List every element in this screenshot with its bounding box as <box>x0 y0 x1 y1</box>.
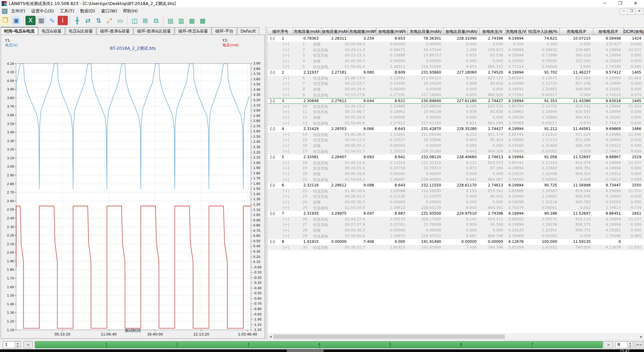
panel-splitter[interactable] <box>265 27 268 339</box>
column-header-2[interactable]: 充电容量/mAh <box>293 28 321 35</box>
range-next-button[interactable]: > <box>604 341 613 348</box>
tab-7[interactable]: 循环-平台 <box>212 27 237 35</box>
table-h-scrollbar[interactable]: ◀ ▶ <box>268 334 644 340</box>
menu-item-2[interactable]: 设置中心(S) <box>28 7 57 15</box>
menu-item-1[interactable]: 文件(F) <box>8 7 28 15</box>
range-start-spinner[interactable]: 1 ▲▼ <box>3 341 21 348</box>
step-row[interactable]: [+]17恒流放电01:54:02.72.28353228.352808.643… <box>268 149 644 155</box>
mdi-child-icon[interactable] <box>2 9 7 14</box>
mdi-restore-button[interactable]: ❒ <box>628 8 636 15</box>
step-row[interactable]: [+]4静置00:00:30.30.000000.000000.0000.000… <box>268 58 644 64</box>
close-button[interactable]: ✕ <box>629 0 643 7</box>
taskbar-app-button[interactable] <box>287 350 324 352</box>
center-vertical-icon[interactable]: ⇅ <box>94 16 104 25</box>
step-row[interactable]: [+]25恒流放电01:54:10.02.28612228.611708.643… <box>268 205 644 211</box>
column-header-3[interactable]: 放电容量/mAh <box>321 28 349 35</box>
menu-item-3[interactable]: 工具(T) <box>57 7 77 15</box>
step-row[interactable]: [+]5恒流放电01:54:00.42.28311228.310908.6538… <box>268 64 644 70</box>
fit-page-icon[interactable]: ▭ <box>115 16 125 25</box>
column-header-8[interactable]: 放电终压/V <box>479 28 506 35</box>
scrollbar-thumb[interactable] <box>273 335 505 339</box>
step-row[interactable]: [+]11恒压充电00:23:48.70.1996219.962380.8388… <box>268 109 644 115</box>
menu-item-4[interactable]: 数据(D) <box>77 7 98 15</box>
step-row[interactable]: [+]26恒流充电01:44:27.42.09174209.174008.141… <box>268 217 644 222</box>
column-header-5[interactable]: 放电能量/mWh <box>377 28 408 35</box>
range-prev-button[interactable]: < <box>23 341 33 348</box>
cycle-row[interactable]: [-]62.321162.286129.0988.643232.11550228… <box>268 183 644 188</box>
save-icon[interactable]: ▣ <box>11 16 21 25</box>
list-full-icon[interactable]: ▩ <box>198 16 208 25</box>
tab-5[interactable]: 循环-效率&比容量 <box>133 27 174 35</box>
tab-3[interactable]: 电压&比容量 <box>65 27 96 35</box>
cycle-row[interactable]: [-]42.314292.283539.0668.643231.42870228… <box>268 126 644 132</box>
step-row[interactable]: [+]18恒流充电01:45:32.62.11323211.323108.221… <box>268 160 644 166</box>
menu-item-6[interactable]: 帮助(H) <box>120 7 141 15</box>
step-row[interactable]: [+]15恒压充电00:24:12.20.2033720.336960.8548… <box>268 137 644 143</box>
cycle-row[interactable]: [-]81.919150.000007.4080.000191.914900.0… <box>268 239 644 245</box>
mdi-minimize-button[interactable]: ─ <box>620 8 628 15</box>
minimize-button[interactable]: ─ <box>598 0 612 7</box>
list-detail-icon[interactable]: ▦ <box>187 16 197 25</box>
step-row[interactable]: [+]16静置00:00:30.30.000000.000000.0000.00… <box>268 143 644 149</box>
step-row[interactable]: [+]1静置00:00:09.90.000000.000000.0000.000… <box>268 42 644 47</box>
column-header-1[interactable]: 循环序号 <box>268 28 293 35</box>
step-row[interactable]: [+]6恒流充电01:46:13.02.12692212.691508.2728… <box>268 76 644 81</box>
column-header-12[interactable]: 放电电容/F <box>593 28 624 35</box>
step-row[interactable]: [+]19恒压充电00:24:55.00.2075820.758130.8728… <box>268 166 644 171</box>
collapse-left-icon[interactable]: ⊞ <box>140 16 150 25</box>
list-rows-icon[interactable]: ▥ <box>176 16 186 25</box>
cycle-row[interactable]: [-]52.320812.284079.0938.641232.08120228… <box>268 155 644 160</box>
tab-1[interactable]: 时间-电压&电流 <box>1 27 38 35</box>
report-icon[interactable]: ▦ <box>36 16 46 25</box>
collapse-right-icon[interactable]: ⧉ <box>151 16 161 25</box>
step-row[interactable]: [+]20静置00:00:29.80.000000.000000.0000.00… <box>268 171 644 177</box>
voltage-current-plot[interactable]: 4.204.104.003.903.803.703.603.503.403.30… <box>1 35 265 338</box>
step-row[interactable]: [+]10恒流充电01:45:19.22.10886210.886008.205… <box>268 104 644 109</box>
tab-8[interactable]: Default <box>237 27 259 35</box>
column-header-9[interactable]: 充电终压/V <box>506 28 526 35</box>
step-row[interactable]: [+]23恒压充电00:26:02.40.2153021.529700.9049… <box>268 194 644 200</box>
range-last-button[interactable]: >> <box>635 341 643 348</box>
spinner-arrows-icon[interactable]: ▲▼ <box>627 342 633 348</box>
step-row[interactable]: [+]30恒流充电01:35:51.71.91915191.914907.408… <box>268 245 644 251</box>
tab-2[interactable]: 电压&容量 <box>38 27 65 35</box>
export-excel-icon[interactable]: X <box>25 16 36 25</box>
maximize-button[interactable]: ❒ <box>613 0 627 7</box>
tab-6[interactable]: 循环-终压&容量 <box>175 27 211 35</box>
step-row[interactable]: [+]28静置00:00:30.30.000000.000000.0000.00… <box>268 228 644 233</box>
list-compact-icon[interactable]: ▤ <box>165 16 175 25</box>
fit-width-icon[interactable]: ⇄ <box>83 16 93 25</box>
fit-vertical-icon[interactable]: ⤢ <box>104 16 114 25</box>
range-slider[interactable]: 1234567 <box>35 341 603 348</box>
mdi-close-button[interactable]: ✕ <box>635 8 643 15</box>
fit-horizontal-icon[interactable]: ╫ <box>72 16 82 25</box>
cycle-row[interactable]: [-]10.783632.283113.2348.65378.36301228.… <box>268 36 644 42</box>
tab-4[interactable]: 循环-效率&容量 <box>97 27 133 35</box>
step-row[interactable]: [+]27恒压充电00:27:37.90.2276122.760990.9569… <box>268 222 644 228</box>
column-header-4[interactable]: 充电能量/mWh <box>349 28 377 35</box>
cycle-row[interactable]: [-]32.308482.276129.0448.621230.84840227… <box>268 98 644 104</box>
step-row[interactable]: [+]2恒流充电00:29:11.90.5847558.475442.39923… <box>268 47 644 53</box>
schedule-info-icon[interactable]: i <box>58 16 68 25</box>
range-end-spinner[interactable]: 8 ▲▼ <box>615 341 633 348</box>
column-header-13[interactable]: DCIR(放电内阻)/ <box>624 28 644 35</box>
step-row[interactable]: [+]21恒流放电01:54:04.22.28407228.406608.641… <box>268 177 644 183</box>
column-header-11[interactable]: 充电电容/F <box>560 28 593 35</box>
step-row[interactable]: [+]9恒流放电01:53:27.62.27181227.180608.6098… <box>268 92 644 98</box>
open-file-icon[interactable]: ❒ <box>0 16 10 25</box>
column-header-6[interactable]: 充电比容量/mAh/ <box>408 28 444 35</box>
step-row[interactable]: [+]3恒压充电00:23:23.30.1988819.887570.83583… <box>268 53 644 58</box>
step-row[interactable]: [+]22恒流充电01:45:10.42.10586210.585808.193… <box>268 188 644 194</box>
cycle-row[interactable]: [-]22.319372.271819.0808.609231.93660227… <box>268 70 644 76</box>
menu-item-5[interactable]: 窗口(W) <box>98 7 120 15</box>
step-row[interactable]: [+]13恒流放电01:53:40.62.27612227.611808.621… <box>268 121 644 126</box>
step-row[interactable]: [+]24静置00:00:30.30.000000.000000.0000.00… <box>268 200 644 205</box>
step-row[interactable]: [+]8静置00:00:29.90.000000.000000.0000.000… <box>268 87 644 92</box>
step-row[interactable]: [+]12静置00:00:29.80.000000.000000.0000.00… <box>268 115 644 121</box>
scroll-right-button[interactable]: ▶ <box>638 334 644 340</box>
cycle-row[interactable]: [-]72.319352.299759.0978.687231.93500229… <box>268 211 644 217</box>
step-row[interactable]: [+]14恒流充电01:45:26.02.11092211.091808.212… <box>268 132 644 138</box>
scroll-left-button[interactable]: ◀ <box>268 334 273 340</box>
step-row[interactable]: [+]7恒压充电00:22:53.70.1924519.245200.80880… <box>268 81 644 87</box>
step-row[interactable]: [+]29恒流放电01:54:50.62.29975229.975108.687… <box>268 233 644 239</box>
